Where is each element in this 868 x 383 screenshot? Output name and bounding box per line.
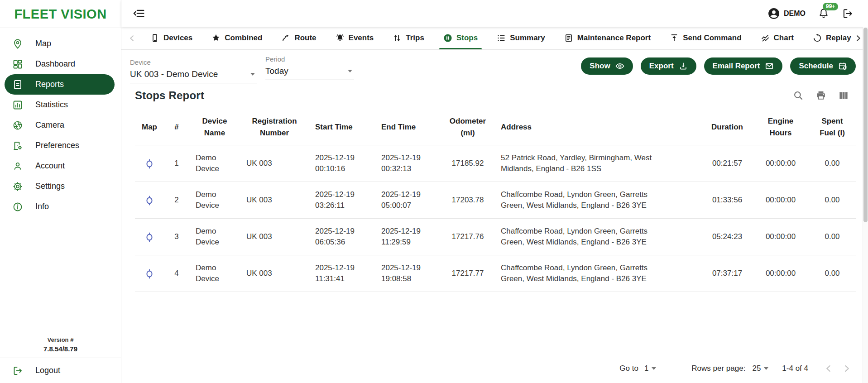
tab-devices[interactable]: Devices <box>141 27 202 49</box>
tab-label: Events <box>349 34 374 43</box>
cell-address: Chaffcombe Road, Lyndon Green, Garretts … <box>494 182 702 219</box>
export-button[interactable]: Export <box>641 57 696 75</box>
report-header: Stops Report <box>135 89 856 102</box>
goto-page-label: Go to <box>619 364 638 373</box>
sidebar-item-statistics[interactable]: Statistics <box>0 95 121 115</box>
stops-report-section: Stops Report Map#Device NameRegistration… <box>121 80 868 354</box>
show-button[interactable]: Show <box>581 57 633 75</box>
tab-summary[interactable]: Summary <box>487 27 554 49</box>
version-label: Version # <box>0 336 121 343</box>
cell-number: 1 <box>164 145 189 182</box>
replay-arrow-icon <box>813 34 822 43</box>
col-header-odometer: Odometer (mi) <box>441 109 494 145</box>
tab-label: Trips <box>406 34 424 43</box>
col-header-device-name: Device Name <box>189 109 240 145</box>
sidebar-item-camera[interactable]: Camera <box>0 115 121 135</box>
previous-page-button[interactable] <box>823 363 834 374</box>
email-report-button-label: Email Report <box>713 62 760 71</box>
logout-topbar-button[interactable] <box>842 8 854 19</box>
tabs-scroll-right-button[interactable] <box>853 33 863 43</box>
tab-send-command[interactable]: Send Command <box>660 27 751 49</box>
tab-maintenance-report[interactable]: Maintenance Report <box>555 27 660 49</box>
cell-engine-hours: 00:00:00 <box>753 145 809 182</box>
cell-spent-fuel: 0.00 <box>809 145 856 182</box>
show-on-map-button[interactable] <box>135 255 164 292</box>
tab-events[interactable]: Events <box>326 27 384 49</box>
menu-collapse-button[interactable] <box>132 7 145 20</box>
tab-label: Combined <box>225 34 262 43</box>
tab-trips[interactable]: Trips <box>383 27 434 49</box>
device-select[interactable]: Device UK 003 - Demo Device <box>130 54 257 83</box>
vertical-scrollbar[interactable] <box>863 27 868 383</box>
bell-ringing-icon <box>336 34 345 43</box>
sidebar-item-label: Preferences <box>35 141 79 150</box>
next-page-button[interactable] <box>841 363 853 374</box>
schedule-button[interactable]: Schedule <box>790 57 856 75</box>
cell-device-name: Demo Device <box>189 219 240 255</box>
tab-combined[interactable]: Combined <box>202 27 272 49</box>
tab-label: Send Command <box>683 34 741 43</box>
tab-stops[interactable]: Stops <box>434 27 487 49</box>
document-icon <box>564 34 573 43</box>
notification-badge: 99+ <box>823 3 838 10</box>
cell-odometer: 17185.92 <box>441 145 494 182</box>
cell-end-time: 2025-12-19 05:00:07 <box>375 182 441 219</box>
cell-address: 52 Patrick Road, Yardley, Birmingham, We… <box>494 145 702 182</box>
tabs-scroll-left-button[interactable] <box>127 33 137 43</box>
email-report-button[interactable]: Email Report <box>704 57 783 75</box>
cell-registration: UK 003 <box>240 182 309 219</box>
col-header-end-time: End Time <box>375 109 441 145</box>
rows-per-page-select[interactable]: 25 <box>752 364 768 373</box>
col-header-duration: Duration <box>702 109 753 145</box>
cell-duration: 01:33:56 <box>702 182 753 219</box>
col-header-registration: Registration Number <box>240 109 309 145</box>
cell-duration: 05:24:23 <box>702 219 753 255</box>
notifications-button[interactable]: 99+ <box>818 8 830 19</box>
report-document-icon <box>12 79 23 90</box>
sidebar-item-label: Settings <box>35 182 65 191</box>
sidebar-item-account[interactable]: Account <box>0 156 121 176</box>
show-on-map-button[interactable] <box>135 219 164 255</box>
chevron-down-icon <box>652 367 656 370</box>
col-header-map: Map <box>135 109 164 145</box>
sidebar-item-reports[interactable]: Reports <box>5 74 115 95</box>
rows-per-page-label: Rows per page: <box>691 364 745 373</box>
scrollbar-thumb[interactable] <box>863 28 868 222</box>
sidebar-item-map[interactable]: Map <box>0 34 121 54</box>
rows-per-page-value: 25 <box>752 364 761 373</box>
columns-icon[interactable] <box>838 90 849 101</box>
sidebar-item-label: Account <box>35 161 65 171</box>
tab-chart[interactable]: Chart <box>751 27 803 49</box>
pause-circle-icon <box>443 34 452 43</box>
map-marker-icon <box>144 232 154 242</box>
sidebar-item-dashboard[interactable]: Dashboard <box>0 54 121 74</box>
sidebar-item-settings[interactable]: Settings <box>0 176 121 196</box>
show-on-map-button[interactable] <box>135 145 164 182</box>
show-button-label: Show <box>590 62 610 71</box>
period-select[interactable]: Period Today <box>265 54 354 80</box>
report-tools <box>792 90 849 101</box>
cell-end-time: 2025-12-19 19:08:58 <box>375 255 441 292</box>
sidebar-item-preferences[interactable]: Preferences <box>0 135 121 156</box>
col-header-address: Address <box>494 109 702 145</box>
sidebar-item-label: Map <box>35 39 51 48</box>
user-menu[interactable]: DEMO <box>767 7 806 20</box>
main-area: DEMO 99+ Devices Combined Route Events T… <box>121 0 868 383</box>
cell-start-time: 2025-12-19 11:31:41 <box>309 255 375 292</box>
show-on-map-button[interactable] <box>135 182 164 219</box>
avatar-icon <box>767 7 780 20</box>
logout-button[interactable]: Logout <box>0 358 121 383</box>
sidebar-item-info[interactable]: Info <box>0 196 121 217</box>
tab-replay[interactable]: Replay <box>803 27 852 49</box>
cell-address: Chaffcombe Road, Lyndon Green, Garretts … <box>494 255 702 292</box>
sidebar-item-label: Camera <box>35 120 64 130</box>
cell-registration: UK 003 <box>240 219 309 255</box>
sidebar-item-label: Reports <box>35 80 64 89</box>
search-icon[interactable] <box>792 90 804 101</box>
cell-device-name: Demo Device <box>189 145 240 182</box>
tab-label: Summary <box>510 34 545 43</box>
tab-label: Maintenance Report <box>577 34 651 43</box>
goto-page-select[interactable]: 1 <box>644 364 656 373</box>
print-icon[interactable] <box>815 90 827 101</box>
tab-route[interactable]: Route <box>272 27 326 49</box>
